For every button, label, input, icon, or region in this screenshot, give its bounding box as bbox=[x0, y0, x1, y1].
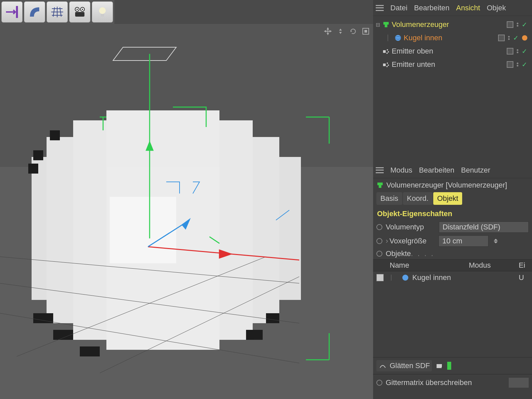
svg-rect-40 bbox=[364, 30, 367, 33]
attribute-object-name: Volumenerzeuger [Volumenerzeuger] bbox=[386, 181, 507, 190]
prop-label: Gittermatrix überschreiben bbox=[386, 378, 472, 387]
svg-rect-41 bbox=[383, 22, 386, 25]
layer-toggle[interactable] bbox=[507, 48, 513, 55]
viewport-frame-icon[interactable] bbox=[361, 27, 370, 36]
section-title: Objekt-Eigenschaften bbox=[373, 207, 532, 220]
tree-row-emitter-unten[interactable]: Emitter unten ✓ bbox=[373, 58, 532, 71]
menu-objekte[interactable]: Objek bbox=[487, 4, 506, 12]
viewport-3d[interactable] bbox=[0, 24, 373, 399]
dots-icon[interactable] bbox=[517, 23, 518, 27]
svg-rect-20 bbox=[50, 130, 60, 140]
row-name: Kugel innen bbox=[412, 273, 462, 282]
hamburger-icon[interactable] bbox=[376, 167, 384, 173]
svg-point-51 bbox=[387, 63, 388, 64]
svg-point-57 bbox=[402, 275, 408, 281]
tree-row-volumenerzeuger[interactable]: ⊟ Volumenerzeuger ✓ bbox=[373, 18, 532, 31]
row-checkbox[interactable]: ✓ bbox=[376, 274, 384, 281]
cubes-icon bbox=[382, 21, 390, 28]
right-panel: Datei Bearbeiten Ansicht Objek ⊟ Volumen… bbox=[373, 0, 532, 399]
menu-ansicht[interactable]: Ansicht bbox=[456, 4, 480, 12]
viewport-controls bbox=[323, 27, 370, 36]
svg-rect-43 bbox=[385, 25, 387, 27]
row-mode: U bbox=[519, 273, 529, 282]
prop-volumentyp: Volumentyp Distanzfeld (SDF) bbox=[373, 220, 532, 234]
svg-rect-25 bbox=[266, 313, 279, 323]
voxel-input[interactable]: 10 cm bbox=[439, 235, 488, 247]
tool-camera[interactable] bbox=[69, 1, 90, 23]
anim-dot-icon[interactable] bbox=[376, 224, 382, 230]
svg-rect-50 bbox=[383, 64, 386, 66]
tab-objekt[interactable]: Objekt bbox=[433, 192, 463, 205]
objects-table-header: Name Modus Ei bbox=[373, 259, 532, 271]
anim-dot-icon[interactable] bbox=[376, 238, 382, 244]
prop-voxelgroesse: › Voxelgröße 10 cm bbox=[373, 234, 532, 248]
svg-rect-23 bbox=[80, 346, 100, 356]
tree-label[interactable]: Kugel innen bbox=[404, 34, 496, 42]
svg-point-44 bbox=[395, 35, 401, 41]
visibility-check-icon[interactable]: ✓ bbox=[522, 21, 527, 29]
layer-toggle[interactable] bbox=[507, 21, 513, 28]
menu-modus[interactable]: Modus bbox=[390, 166, 412, 175]
smooth-sdf-button[interactable]: Glätten SDF bbox=[376, 360, 432, 371]
tab-koord[interactable]: Koord. bbox=[403, 192, 433, 205]
anim-dot-icon[interactable] bbox=[376, 380, 382, 386]
tool-grid[interactable] bbox=[47, 1, 68, 23]
svg-rect-56 bbox=[379, 185, 381, 188]
tab-basis[interactable]: Basis bbox=[376, 192, 402, 205]
svg-point-6 bbox=[99, 7, 106, 14]
tool-light[interactable] bbox=[92, 1, 113, 23]
dots-icon[interactable] bbox=[517, 63, 518, 66]
menu-benutzer[interactable]: Benutzer bbox=[461, 166, 490, 175]
col-modus: Modus bbox=[469, 261, 519, 270]
object-manager-menubar: Datei Bearbeiten Ansicht Objek bbox=[373, 0, 532, 16]
layer-toggle[interactable] bbox=[507, 61, 513, 68]
svg-rect-42 bbox=[386, 22, 389, 25]
anim-dot-icon[interactable] bbox=[376, 251, 382, 257]
hamburger-icon[interactable] bbox=[376, 5, 384, 11]
svg-rect-24 bbox=[246, 330, 263, 340]
volumentyp-dropdown[interactable]: Distanzfeld (SDF) bbox=[439, 221, 529, 233]
emitter-icon bbox=[382, 48, 390, 55]
prop-label: Voxelgröße bbox=[389, 237, 435, 245]
material-tag-icon[interactable] bbox=[522, 35, 527, 41]
tree-label[interactable]: Volumenerzeuger bbox=[392, 20, 505, 29]
svg-rect-54 bbox=[377, 183, 380, 185]
viewport-rotate-icon[interactable] bbox=[348, 27, 358, 36]
tool-curve-object[interactable] bbox=[24, 1, 45, 23]
col-name: Name bbox=[390, 261, 469, 270]
sphere-icon bbox=[402, 274, 409, 281]
svg-rect-55 bbox=[380, 183, 383, 185]
viewport-zoom-icon[interactable] bbox=[336, 27, 345, 36]
menu-bearbeiten-attr[interactable]: Bearbeiten bbox=[419, 166, 454, 175]
svg-rect-46 bbox=[383, 50, 386, 53]
visibility-check-icon[interactable]: ✓ bbox=[513, 34, 519, 42]
menu-datei[interactable]: Datei bbox=[390, 4, 407, 12]
dots-icon[interactable] bbox=[508, 36, 510, 40]
tool-coordinate-axis[interactable] bbox=[1, 1, 23, 23]
svg-rect-7 bbox=[101, 14, 104, 17]
spinner-icon[interactable] bbox=[494, 239, 500, 243]
svg-point-53 bbox=[386, 66, 388, 67]
visibility-check-icon[interactable]: ✓ bbox=[522, 61, 527, 68]
green-bar-icon[interactable] bbox=[447, 362, 451, 370]
emitter-icon bbox=[382, 61, 390, 68]
dots-icon[interactable] bbox=[517, 49, 518, 53]
attribute-tabs: Basis Koord. Objekt bbox=[373, 192, 532, 207]
visibility-check-icon[interactable]: ✓ bbox=[522, 47, 527, 55]
expand-icon[interactable]: ⊟ bbox=[376, 22, 380, 28]
gittermatrix-field[interactable] bbox=[509, 378, 529, 388]
tree-row-emitter-oben[interactable]: Emitter oben ✓ bbox=[373, 45, 532, 58]
svg-point-3 bbox=[76, 9, 78, 10]
viewport-move-icon[interactable] bbox=[323, 27, 332, 36]
prop-gittermatrix: Gittermatrix überschreiben bbox=[373, 374, 532, 389]
tree-label[interactable]: Emitter unten bbox=[392, 60, 505, 69]
menu-bearbeiten[interactable]: Bearbeiten bbox=[414, 4, 449, 12]
objects-table-row[interactable]: ✓ Kugel innen U bbox=[373, 271, 532, 284]
tree-row-kugel-innen[interactable]: Kugel innen ✓ bbox=[373, 31, 532, 45]
tree-label[interactable]: Emitter oben bbox=[392, 47, 505, 56]
folder-add-icon[interactable]: + bbox=[435, 361, 444, 370]
layer-toggle[interactable] bbox=[498, 35, 505, 41]
prop-objekte: Objekte bbox=[373, 248, 532, 259]
svg-point-49 bbox=[386, 53, 388, 54]
svg-rect-5 bbox=[75, 12, 84, 17]
